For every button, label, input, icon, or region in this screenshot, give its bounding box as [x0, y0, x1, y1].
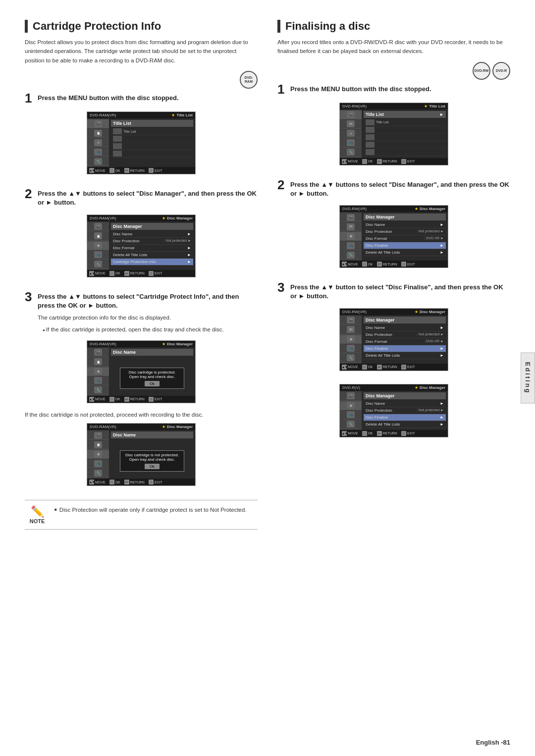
step-bullet-3-left: If the disc cartridge is protected, open… — [43, 325, 258, 334]
step-number-3-right: 3 — [277, 281, 287, 294]
step-number-1-left: 1 — [25, 92, 35, 105]
note-icon: ✏️ — [31, 505, 44, 518]
right-step-3: 3 Press the ▲▼ button to select "Disc Fi… — [277, 281, 510, 441]
sl-titlelist: 🎬 — [87, 222, 109, 231]
step-number-2-right: 2 — [277, 178, 287, 191]
main-content: Cartridge Protection Info Disc Protect a… — [25, 20, 510, 530]
dvd-ram-icon: DVD-RAM — [240, 71, 258, 89]
right-step-2: 2 Press the ▲▼ buttons to select "Disc M… — [277, 178, 510, 272]
menu-screenshot-2-right: DVD-RW(VR) ★Disc Manager 🎬 🏁 ⚙ 📺 🔧 — [339, 205, 448, 268]
right-dvd-icon-row: DVD-RW DVD-R — [277, 62, 510, 80]
dialog-protected: Disc cartridge is protected. Open tray a… — [120, 368, 184, 389]
sl-setup: 🔧 — [87, 260, 109, 269]
editing-tab: Editing — [521, 352, 535, 403]
sl-programs: 📺 — [87, 251, 109, 260]
left-column: Cartridge Protection Info Disc Protect a… — [25, 20, 258, 530]
step-title-1-left: Press the MENU button with the disc stop… — [38, 94, 179, 103]
left-section-desc: Disc Protect allows you to protect discs… — [25, 38, 258, 65]
sidebar-playlist: 📋 — [87, 129, 109, 138]
note-label: NOTE — [30, 518, 45, 524]
step-title-1-right: Press the MENU button with the disc stop… — [290, 85, 431, 94]
right-title-text: Finalising a disc — [285, 20, 370, 33]
page-footer: English -81 — [476, 739, 510, 746]
sl-manager: ⚙ — [87, 241, 109, 250]
step-number-2-left: 2 — [25, 187, 35, 200]
dvd-r-icon: DVD-R — [492, 62, 510, 80]
step-title-3-left: Press the ▲▼ buttons to select "Cartridg… — [38, 292, 258, 310]
step-number-3-left: 3 — [25, 290, 35, 303]
left-dvd-icon-row: DVD-RAM — [25, 71, 258, 89]
sidebar-setup: 🔧 — [87, 157, 109, 166]
sidebar-programs: 📺 — [87, 148, 109, 157]
title-bar-right — [277, 20, 280, 33]
left-title-text: Cartridge Protection Info — [33, 20, 161, 33]
step-number-1-right: 1 — [277, 83, 287, 96]
sidebar-manager: ⚙ — [87, 138, 109, 147]
title-bar-left — [25, 20, 28, 33]
menu-screenshot-2-left: DVD-RAM(VR) ★Disc Manager 🎬 📋 ⚙ 📺 🔧 — [87, 215, 196, 277]
left-step-1: 1 Press the MENU button with the disc st… — [25, 92, 258, 178]
left-section-title: Cartridge Protection Info — [25, 20, 258, 33]
footer-text: English -81 — [476, 739, 510, 746]
right-section-title: Finalising a disc — [277, 20, 510, 33]
sidebar-title-list: 🎬 — [87, 119, 109, 128]
sl-playlist: 📋 — [87, 232, 109, 241]
left-step-3: 3 Press the ▲▼ buttons to select "Cartri… — [25, 290, 258, 490]
menu-screenshot-3a-left: DVD-RAM(VR) ★Disc Manager 🎬 📋 ⚙ 📺 🔧 — [87, 340, 196, 403]
page-container: Cartridge Protection Info Disc Protect a… — [0, 0, 535, 756]
menu-screenshot-1-right: DVD-RW(VR) ★Title List 🎬 🏁 ⚙ 📺 🔧 — [339, 103, 448, 165]
step-title-2-left: Press the ▲▼ buttons to select "Disc Man… — [38, 189, 258, 207]
step-title-3-right: Press the ▲▼ button to select "Disc Fina… — [290, 283, 510, 301]
dvd-rw-icon: DVD-RW — [473, 62, 490, 80]
right-step-1: 1 Press the MENU button with the disc st… — [277, 83, 510, 169]
step-title-2-right: Press the ▲▼ buttons to select "Disc Man… — [290, 180, 510, 198]
note-box: ✏️ NOTE Disc Protection will operate onl… — [25, 500, 258, 530]
menu-screenshot-3b-left: DVD-RAM(VR) ★Disc Manager 🎬 📋 ⚙ 📺 🔧 — [87, 423, 196, 486]
left-step-2: 2 Press the ▲▼ buttons to select "Disc M… — [25, 187, 258, 281]
between-text-left: If the disc cartridge is not protected, … — [25, 410, 258, 419]
menu-screenshot-3b-right: DVD-R(V) ★Disc Manager 🎬 ⚙ 📺 🔧 D — [339, 384, 448, 437]
dialog-not-protected: Disc cartridge is not protected. Open tr… — [120, 450, 184, 472]
right-column: Finalising a disc After you record title… — [277, 20, 510, 530]
right-section-desc: After you record titles onto a DVD-RW/DV… — [277, 38, 510, 56]
note-bullet-1: Disc Protection will operate only if car… — [54, 505, 247, 514]
menu-screenshot-1-left: DVD-RAM(VR) ★Title List 🎬 📋 ⚙ 📺 🔧 — [87, 111, 196, 174]
menu-screenshot-3a-right: DVD-RW(VR) ★Disc Manager 🎬 🏁 ⚙ 📺 🔧 — [339, 308, 448, 371]
step-desc-3-left: The cartridge protection info for the di… — [38, 313, 258, 322]
